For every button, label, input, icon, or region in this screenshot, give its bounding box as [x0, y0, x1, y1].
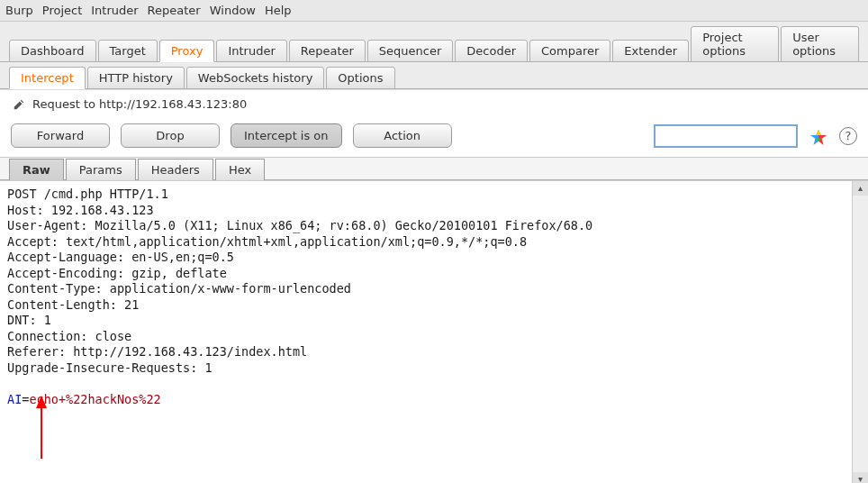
viewtab-raw[interactable]: Raw: [9, 159, 64, 180]
intercept-toggle-button[interactable]: Intercept is on: [231, 123, 342, 148]
search-input[interactable]: [654, 124, 798, 148]
scrollbar[interactable]: ▴ ▾: [852, 181, 868, 483]
tab-repeater[interactable]: Repeater: [289, 40, 366, 62]
highlight-color-icon[interactable]: [809, 126, 828, 146]
subtab-options[interactable]: Options: [326, 67, 394, 89]
scroll-down-icon[interactable]: ▾: [853, 472, 868, 483]
viewtab-params[interactable]: Params: [66, 159, 136, 180]
tab-user-options[interactable]: User options: [781, 26, 859, 62]
menu-intruder[interactable]: Intruder: [91, 4, 138, 17]
menu-help[interactable]: Help: [265, 4, 292, 17]
tab-sequencer[interactable]: Sequencer: [367, 40, 453, 62]
menu-repeater[interactable]: Repeater: [148, 4, 201, 17]
scroll-up-icon[interactable]: ▴: [853, 181, 868, 196]
raw-editor[interactable]: POST /cmd.php HTTP/1.1 Host: 192.168.43.…: [0, 181, 852, 483]
tab-dashboard[interactable]: Dashboard: [9, 40, 96, 62]
forward-button[interactable]: Forward: [11, 123, 110, 148]
viewtab-headers[interactable]: Headers: [138, 159, 213, 180]
subtab-http-history[interactable]: HTTP history: [87, 67, 185, 89]
tab-extender[interactable]: Extender: [612, 40, 689, 62]
action-button[interactable]: Action: [353, 123, 452, 148]
tab-decoder[interactable]: Decoder: [455, 40, 528, 62]
edit-icon[interactable]: [13, 98, 25, 111]
help-icon[interactable]: ?: [839, 127, 857, 145]
tab-proxy[interactable]: Proxy: [159, 40, 215, 62]
tab-project-options[interactable]: Project options: [691, 26, 779, 62]
tab-comparer[interactable]: Comparer: [529, 40, 610, 62]
menu-window[interactable]: Window: [210, 4, 256, 17]
subtab-intercept[interactable]: Intercept: [9, 67, 86, 89]
drop-button[interactable]: Drop: [121, 123, 220, 148]
viewtab-hex[interactable]: Hex: [215, 159, 265, 180]
proxy-subtabs: Intercept HTTP history WebSockets histor…: [0, 62, 868, 89]
tab-target[interactable]: Target: [98, 40, 158, 62]
subtab-ws-history[interactable]: WebSockets history: [186, 67, 324, 89]
menubar: Burp Project Intruder Repeater Window He…: [0, 0, 868, 22]
request-info-bar: Request to http://192.168.43.123:80: [0, 89, 868, 118]
raw-editor-wrap: POST /cmd.php HTTP/1.1 Host: 192.168.43.…: [0, 180, 868, 483]
message-view-tabs: Raw Params Headers Hex: [0, 157, 868, 180]
menu-burp[interactable]: Burp: [5, 4, 33, 17]
menu-project[interactable]: Project: [42, 4, 82, 17]
intercept-actions: Forward Drop Intercept is on Action ?: [0, 118, 868, 157]
request-target-label: Request to http://192.168.43.123:80: [32, 97, 247, 111]
main-tabstrip: Dashboard Target Proxy Intruder Repeater…: [0, 22, 868, 62]
tab-intruder[interactable]: Intruder: [216, 40, 286, 62]
